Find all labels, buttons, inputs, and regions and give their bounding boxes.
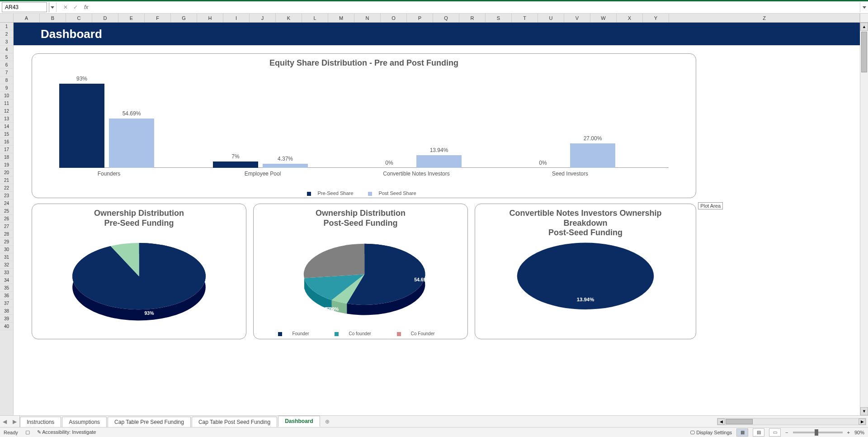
vertical-scrollbar[interactable]: ▲ ▼ — [860, 23, 868, 415]
tab-prev-icon[interactable]: ◀ — [3, 418, 7, 425]
row-header[interactable]: 16 — [0, 138, 13, 146]
row-header[interactable]: 4 — [0, 46, 13, 53]
fx-icon[interactable]: fx — [81, 4, 91, 10]
row-header[interactable]: 22 — [0, 184, 13, 192]
column-header[interactable]: Y — [643, 14, 669, 22]
chart-ownership-post[interactable]: Ownership DistributionPost-Seed Funding … — [253, 204, 468, 339]
sheet-tab[interactable]: Assumptions — [62, 417, 107, 427]
scroll-down-icon[interactable]: ▼ — [860, 407, 868, 415]
row-header[interactable]: 14 — [0, 123, 13, 130]
confirm-icon[interactable]: ✓ — [73, 4, 78, 10]
column-header[interactable]: L — [302, 14, 328, 22]
add-sheet-button[interactable]: ⊕ — [321, 416, 334, 427]
select-all-corner[interactable] — [0, 14, 14, 22]
column-header[interactable]: M — [328, 14, 354, 22]
scroll-right-icon[interactable]: ▶ — [859, 418, 866, 425]
horizontal-scrollbar[interactable]: ◀ ▶ — [334, 416, 868, 427]
row-header[interactable]: 8 — [0, 76, 13, 84]
column-header[interactable]: X — [617, 14, 643, 22]
column-header[interactable]: Z — [669, 14, 860, 22]
row-header[interactable]: 23 — [0, 192, 13, 200]
scroll-thumb[interactable] — [861, 32, 867, 72]
row-header[interactable]: 25 — [0, 207, 13, 215]
column-header[interactable]: T — [512, 14, 538, 22]
macro-record-icon[interactable]: ▢ — [25, 429, 30, 435]
zoom-in-icon[interactable]: + — [847, 430, 850, 435]
row-header[interactable]: 12 — [0, 107, 13, 115]
row-header[interactable]: 35 — [0, 284, 13, 292]
scroll-up-icon[interactable]: ▲ — [860, 23, 868, 31]
column-header[interactable]: K — [276, 14, 302, 22]
sheet-tab[interactable]: Dashboard — [278, 416, 320, 427]
view-page-break-icon[interactable]: ▭ — [769, 428, 781, 437]
column-header[interactable]: U — [538, 14, 564, 22]
view-normal-icon[interactable]: ▦ — [736, 428, 748, 437]
column-header[interactable]: P — [407, 14, 433, 22]
column-header[interactable]: B — [40, 14, 66, 22]
zoom-out-icon[interactable]: − — [785, 430, 788, 435]
row-header[interactable]: 2 — [0, 30, 13, 38]
view-page-layout-icon[interactable]: ▤ — [753, 428, 764, 437]
column-header[interactable]: I — [223, 14, 250, 22]
zoom-thumb[interactable] — [815, 429, 818, 436]
sheet-tab[interactable]: Cap Table Pre Seed Funding — [108, 417, 191, 427]
tab-nav[interactable]: ◀ ▶ — [0, 416, 20, 427]
scroll-thumb[interactable] — [726, 419, 753, 424]
row-header[interactable]: 32 — [0, 261, 13, 269]
column-header[interactable]: O — [381, 14, 407, 22]
chart-equity-distribution[interactable]: Equity Share Distribution - Pre and Post… — [32, 53, 696, 198]
column-header[interactable]: R — [459, 14, 486, 22]
row-header[interactable]: 3 — [0, 38, 13, 46]
column-header[interactable]: A — [14, 14, 40, 22]
name-box-dropdown[interactable] — [49, 2, 55, 12]
chart-ownership-pre[interactable]: Ownership DistributionPre-Seed Funding 9… — [32, 204, 246, 339]
row-header[interactable]: 33 — [0, 269, 13, 276]
row-header[interactable]: 7 — [0, 69, 13, 76]
row-header[interactable]: 10 — [0, 92, 13, 100]
zoom-slider[interactable] — [793, 432, 843, 433]
row-header[interactable]: 13 — [0, 115, 13, 123]
row-header[interactable]: 31 — [0, 253, 13, 261]
row-header[interactable]: 30 — [0, 246, 13, 253]
zoom-level[interactable]: 90% — [854, 430, 864, 435]
row-header[interactable]: 26 — [0, 215, 13, 223]
row-header[interactable]: 6 — [0, 61, 13, 69]
name-box[interactable]: AR43 — [2, 2, 47, 12]
column-header[interactable]: S — [486, 14, 512, 22]
column-header[interactable]: E — [118, 14, 145, 22]
formula-expand[interactable] — [860, 2, 868, 12]
column-header[interactable]: V — [564, 14, 590, 22]
column-header[interactable]: Q — [433, 14, 459, 22]
row-header[interactable]: 36 — [0, 292, 13, 299]
row-header[interactable]: 19 — [0, 161, 13, 169]
row-header[interactable]: 28 — [0, 230, 13, 238]
row-header[interactable]: 39 — [0, 315, 13, 323]
column-header[interactable]: J — [250, 14, 276, 22]
sheet-tab[interactable]: Cap Table Post Seed Funding — [192, 417, 277, 427]
scroll-left-icon[interactable]: ◀ — [717, 418, 725, 425]
column-header[interactable]: D — [92, 14, 118, 22]
sheet-content[interactable]: Dashboard Equity Share Distribution - Pr… — [14, 23, 860, 415]
row-header[interactable]: 34 — [0, 276, 13, 284]
column-header[interactable]: F — [145, 14, 171, 22]
row-header[interactable]: 27 — [0, 223, 13, 230]
row-header[interactable]: 29 — [0, 238, 13, 246]
column-header[interactable]: H — [197, 14, 223, 22]
row-header[interactable]: 9 — [0, 84, 13, 92]
cancel-icon[interactable]: ✕ — [63, 4, 68, 10]
row-header[interactable]: 5 — [0, 53, 13, 61]
row-header[interactable]: 18 — [0, 153, 13, 161]
row-header[interactable]: 38 — [0, 307, 13, 315]
column-header[interactable]: W — [590, 14, 617, 22]
row-header[interactable]: 11 — [0, 100, 13, 107]
accessibility-status[interactable]: ✎ Accessibility: Investigate — [37, 429, 96, 435]
row-header[interactable]: 15 — [0, 130, 13, 138]
row-header[interactable]: 21 — [0, 176, 13, 184]
row-header[interactable]: 20 — [0, 169, 13, 176]
row-header[interactable]: 1 — [0, 23, 13, 30]
row-header[interactable]: 24 — [0, 200, 13, 207]
chart-cn-breakdown[interactable]: Convertible Notes Investors OwnershipBre… — [475, 204, 696, 339]
row-header[interactable]: 17 — [0, 146, 13, 153]
row-header[interactable]: 40 — [0, 323, 13, 330]
display-settings[interactable]: 🖵 Display Settings — [690, 430, 732, 435]
